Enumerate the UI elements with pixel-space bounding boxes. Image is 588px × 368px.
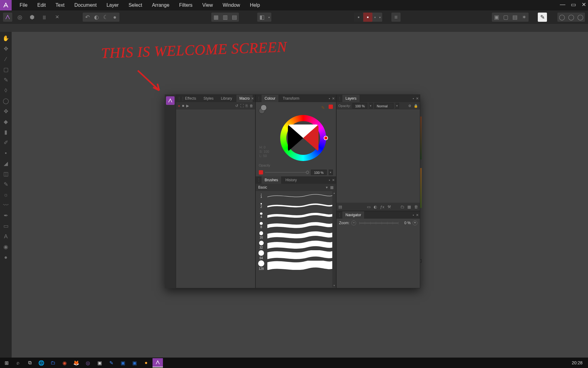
brush-row[interactable]: 32 (256, 240, 336, 250)
taskbar-app2-icon[interactable]: ✎ (106, 358, 116, 367)
wheel-handle-icon[interactable] (324, 136, 328, 140)
stack-icon[interactable]: ▤ (510, 13, 519, 22)
taskbar-edge-icon[interactable]: 🌐 (36, 358, 47, 367)
dodge-icon[interactable]: ☼ (2, 191, 10, 199)
eraser-icon[interactable]: ◫ (2, 170, 10, 178)
colour-triangle[interactable] (288, 125, 318, 151)
paint-bucket-icon[interactable]: ◆ (2, 118, 10, 126)
colour-swatch-pair[interactable] (259, 105, 268, 114)
menu-document[interactable]: Document (70, 0, 102, 10)
menu-filters[interactable]: Filters (174, 0, 198, 10)
minimize-button[interactable]: — (560, 1, 565, 8)
brush-category-select[interactable]: Basic ▾ ▦ (256, 184, 336, 191)
panel-close-icon[interactable]: ✕ (416, 97, 419, 101)
crop-tool-icon[interactable]: ▢ (2, 66, 10, 74)
taskbar-obs-icon[interactable]: ◎ (83, 358, 93, 367)
front-swatch-icon[interactable] (261, 105, 267, 111)
swatch-icon[interactable]: ◉ (2, 243, 10, 251)
taskbar-app5-icon[interactable]: ● (141, 358, 151, 367)
arrange-group1-icon[interactable]: ▦ (211, 13, 221, 22)
brush-scrollbar[interactable]: ▴ ▾ (332, 191, 336, 287)
taskbar-app1-icon[interactable]: ▣ (94, 358, 105, 367)
zoom-tool-icon[interactable]: ● (2, 253, 10, 261)
layers-mask-icon[interactable]: ▭ (367, 205, 371, 209)
layers-crop-icon[interactable]: ⚒ (387, 205, 391, 209)
arrange-group2-icon[interactable]: ▥ (221, 13, 230, 22)
tab-colour[interactable]: Colour (262, 95, 278, 102)
smudge-icon[interactable]: 〰 (2, 201, 10, 209)
brush-row[interactable]: 1 (256, 191, 336, 201)
tab-navigator[interactable]: Navigator (342, 211, 364, 219)
pixel-tool-icon[interactable]: ▪ (2, 149, 10, 157)
brush-tool-icon[interactable]: ✐ (2, 139, 10, 147)
tab-macro[interactable]: Macro (236, 95, 253, 102)
persona-liquify-icon[interactable]: ◎ (15, 13, 24, 22)
toggle-order-icon[interactable]: ◧ (257, 13, 266, 22)
layers-cog-icon[interactable]: ⚙ (408, 104, 411, 108)
macro-record-icon[interactable]: ● (178, 104, 180, 108)
crop-icon[interactable]: ▢ (501, 13, 510, 22)
panel-grip-icon[interactable]: ⋮⋮ (338, 213, 340, 217)
opacity-slider[interactable] (265, 172, 309, 173)
move-tool-icon[interactable]: ✥ (2, 45, 10, 53)
persona-photo-icon[interactable] (3, 13, 12, 22)
panel-menu-icon[interactable]: ▪ (413, 213, 414, 217)
insert-dd1[interactable]: ▾ (372, 13, 377, 22)
text-tool-icon[interactable]: A (2, 232, 10, 240)
layers-fx-icon[interactable]: ƒx (380, 205, 384, 209)
macro-reset-icon[interactable]: ↺ (235, 104, 238, 108)
bw-icon[interactable]: ● (110, 13, 119, 22)
panel-close-icon[interactable]: ✕ (332, 178, 335, 182)
taskbar-chrome-icon[interactable]: ◉ (59, 358, 70, 367)
layers-body[interactable] (337, 109, 420, 203)
eyedropper-icon[interactable]: ✎ (321, 105, 325, 110)
curves-icon[interactable]: ☾ (101, 13, 110, 22)
brush-row[interactable]: 4 (256, 211, 336, 220)
brush-row[interactable]: 128 (256, 260, 336, 271)
menu-edit[interactable]: Edit (32, 0, 51, 10)
lasso-icon[interactable]: ◯ (2, 97, 10, 105)
quickfx-icon[interactable]: ▣ (492, 13, 501, 22)
assistant-icon[interactable]: ✎ (538, 13, 547, 22)
brush-list[interactable]: 1248163264128 ▴ ▾ (256, 191, 336, 287)
color-picker-icon[interactable]: ∕ (2, 55, 10, 63)
panel-grip-icon[interactable]: ⋮⋮ (177, 96, 179, 101)
subtract-selection-icon[interactable]: ◯ (567, 13, 576, 22)
panel-menu-icon[interactable]: ▪ (329, 97, 330, 100)
macro-add-icon[interactable]: ⎘ (246, 104, 248, 108)
panel-close-icon[interactable]: ✕ (416, 213, 419, 217)
panel-menu-icon[interactable]: ▪ (413, 97, 414, 100)
menu-arrange[interactable]: Arrange (147, 0, 174, 10)
fill-tool-icon[interactable]: ◢ (2, 159, 10, 167)
intersect-selection-icon[interactable]: ◯ (576, 13, 585, 22)
zoom-out-icon[interactable]: − (351, 220, 356, 225)
persona-develop-icon[interactable]: ⬢ (28, 13, 37, 22)
persona-export-icon[interactable]: ⪤ (52, 13, 61, 22)
menu-window[interactable]: Window (218, 0, 245, 10)
tab-styles[interactable]: Styles (200, 95, 217, 102)
layers-opacity-value[interactable]: 100 % (352, 103, 367, 109)
panel-menu-icon[interactable]: ▪ (329, 178, 330, 182)
insert-inside-icon[interactable]: ▪ (363, 13, 372, 22)
layers-opacity-dd-icon[interactable]: ▾ (369, 103, 373, 109)
panel-grip-icon[interactable]: ⋮⋮ (338, 96, 340, 101)
layers-group-icon[interactable]: 🗀 (400, 205, 404, 209)
tab-effects[interactable]: Effects (182, 95, 199, 102)
persona-tone-icon[interactable]: ⫼ (40, 13, 49, 22)
layers-delete-icon[interactable]: 🗑 (414, 205, 418, 209)
add-to-selection-icon[interactable]: ◯ (557, 13, 567, 22)
navigator-body[interactable] (337, 227, 420, 288)
insert-dd2[interactable]: ▾ (377, 13, 382, 22)
brush-category-dropdown-icon[interactable]: ▾ (326, 185, 328, 190)
menu-text[interactable]: Text (51, 0, 69, 10)
layers-stack-icon[interactable]: ▤ (338, 205, 342, 209)
layers-adjust-icon[interactable]: ◐ (374, 205, 377, 209)
layers-blend-mode[interactable]: Normal (375, 103, 394, 109)
toggle-order-dropdown[interactable]: ▾ (266, 13, 271, 22)
brush-row[interactable]: 64 (256, 250, 336, 260)
menu-layer[interactable]: Layer (102, 0, 124, 10)
zoom-in-icon[interactable]: + (413, 220, 417, 225)
target-icon[interactable]: ≡ (391, 13, 401, 22)
scroll-down-icon[interactable]: ▾ (332, 284, 336, 287)
lock-children-icon[interactable]: ▪ (354, 13, 363, 22)
